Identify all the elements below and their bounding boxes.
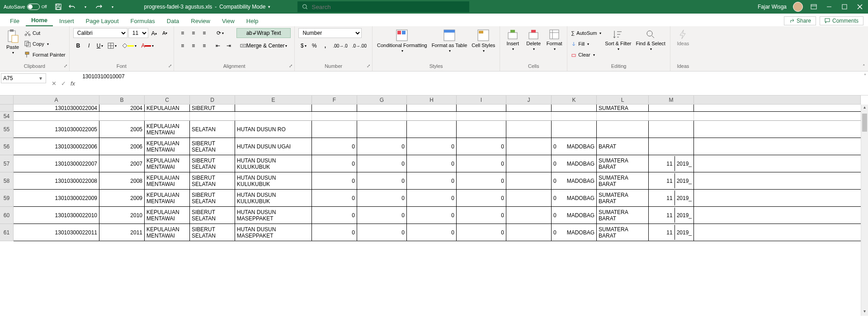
cell[interactable]: HUTAN DUSUN MASEPPAKET [235,224,312,241]
share-button[interactable]: Share [784,16,816,25]
accounting-format-icon[interactable]: $▾ [298,41,308,51]
italic-button[interactable]: I [84,41,94,51]
align-top-icon[interactable]: ≡ [178,28,188,38]
enter-formula-icon[interactable]: ✓ [61,80,66,87]
qat-customize-icon[interactable]: ▾ [108,2,117,11]
cell[interactable]: 112019_ [649,207,694,224]
number-format-select[interactable]: Number [298,28,362,38]
cell[interactable]: HUTAN DUSUN RO [235,121,312,138]
format-cells-button[interactable]: Format▾ [545,28,563,52]
maximize-icon[interactable] [840,2,849,11]
dialog-launcher-icon[interactable]: ⤢ [367,62,370,70]
cell[interactable]: 0 [457,138,506,155]
increase-indent-icon[interactable]: ⇥ [224,41,234,51]
row-header-57[interactable]: 57 [0,155,13,172]
cell[interactable]: 0 [312,207,357,224]
tab-help[interactable]: Help [241,16,264,26]
cell[interactable]: 2004 [99,105,145,111]
align-bottom-icon[interactable]: ≡ [199,28,209,38]
cell[interactable]: 2009 [99,190,145,206]
cell[interactable] [649,121,694,138]
cell[interactable]: 0 [312,138,357,155]
cell[interactable]: 0 [457,224,506,241]
col-header-G[interactable]: G [357,95,407,104]
percent-format-icon[interactable]: % [309,41,319,51]
cell[interactable] [312,121,357,138]
cell[interactable]: 0 [457,207,506,224]
font-size-select[interactable]: 11 [128,28,148,38]
cell[interactable] [597,112,649,120]
col-header-H[interactable]: H [407,95,457,104]
cell[interactable] [506,224,552,241]
col-header-I[interactable]: I [457,95,506,104]
col-header-J[interactable]: J [506,95,552,104]
decrease-indent-icon[interactable]: ⇤ [213,41,223,51]
cell[interactable]: 2008 [99,172,145,189]
cell[interactable] [357,105,407,111]
cell[interactable]: HUTAN DUSUN UGAI [235,138,312,155]
tab-home[interactable]: Home [26,15,53,26]
cell[interactable]: 0 [407,190,457,206]
cell[interactable] [506,172,552,189]
cell[interactable] [407,121,457,138]
bold-button[interactable]: B [73,41,83,51]
scroll-up-icon[interactable]: ▴ [861,105,868,112]
cell[interactable] [597,121,649,138]
cell[interactable]: HUTAN DUSUN KULUKUBUK [235,155,312,172]
cell[interactable]: 0 [312,172,357,189]
insert-cells-button[interactable]: Insert▾ [504,28,522,52]
cell[interactable] [407,112,457,120]
cell-styles-button[interactable]: Cell Styles▾ [471,28,496,54]
tab-formulas[interactable]: Formulas [125,16,160,26]
cell[interactable]: 13010300022004 [14,105,99,111]
cell[interactable] [506,190,552,206]
cell[interactable]: 2006 [99,138,145,155]
tab-page-layout[interactable]: Page Layout [80,16,124,26]
cell[interactable]: 0 [407,224,457,241]
merge-center-button[interactable]: Merge & Center▾ [236,41,291,51]
increase-decimal-icon[interactable]: .00→.0 [331,41,349,51]
avatar[interactable] [793,2,803,12]
cell[interactable]: SUMATERA BARAT [597,172,649,189]
row-header-55[interactable]: 55 [0,121,13,138]
col-header-E[interactable]: E [235,95,312,104]
cell[interactable]: 0MADOBAG [552,207,597,224]
decrease-font-icon[interactable]: A▾ [160,28,170,38]
paste-button[interactable]: Paste ▾ [4,28,22,56]
cell[interactable]: 0MADOBAG [552,172,597,189]
col-header-D[interactable]: D [190,95,235,104]
underline-button[interactable]: U▾ [95,41,105,51]
cell[interactable] [312,105,357,111]
cancel-formula-icon[interactable]: ✕ [52,80,57,87]
cell[interactable]: SIBERUT SELATAN [190,138,235,155]
align-center-icon[interactable]: ≡ [189,41,198,51]
cell[interactable]: SIBERUT SELATAN [190,224,235,241]
cell[interactable]: 0 [312,155,357,172]
scroll-down-icon[interactable]: ▾ [861,309,868,316]
cell[interactable]: KEPULAUAN MENTAWAI [145,172,190,189]
cell[interactable] [506,155,552,172]
username[interactable]: Fajar Wisga [758,4,787,10]
cell[interactable] [407,105,457,111]
ribbon-display-icon[interactable] [809,2,818,11]
tab-file[interactable]: File [5,16,25,26]
col-header-K[interactable]: K [552,95,597,104]
dialog-launcher-icon[interactable]: ⤢ [168,62,172,70]
comma-format-icon[interactable]: , [320,41,330,51]
cell[interactable]: HUTAN DUSUN MASEPPAKET [235,207,312,224]
cell[interactable]: 0 [407,138,457,155]
cell[interactable] [649,105,694,111]
cell[interactable]: SIBERUT SELATAN [190,172,235,189]
cell[interactable]: 0MADOBAG [552,155,597,172]
cell[interactable] [357,112,407,120]
find-select-button[interactable]: Find & Select▾ [635,28,666,52]
col-header-M[interactable]: M [649,95,694,104]
cell[interactable] [235,105,312,111]
copy-button[interactable]: Copy▾ [24,39,66,49]
font-color-button[interactable]: A▾ [139,41,156,51]
cell[interactable]: 0 [312,224,357,241]
cell[interactable]: SELATAN [190,121,235,138]
tab-data[interactable]: Data [161,16,184,26]
cut-button[interactable]: Cut [24,28,66,38]
cell[interactable]: 0 [357,155,407,172]
